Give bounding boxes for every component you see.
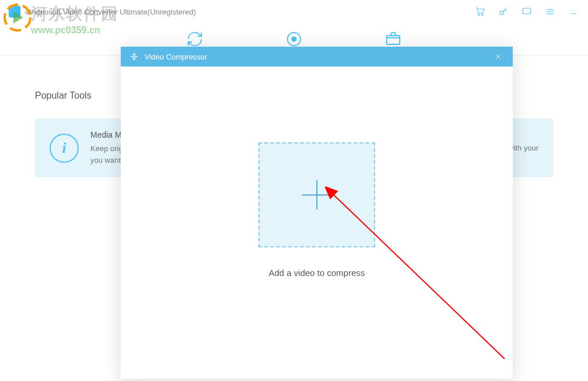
svg-point-2 [478, 14, 480, 15]
video-compressor-modal: Video Compressor Add a video to compress [121, 47, 513, 379]
titlebar: 4Videosoft Video Converter Ultimate(Unre… [0, 0, 588, 23]
cart-icon[interactable] [474, 6, 486, 18]
svg-point-11 [292, 37, 296, 41]
app-title: 4Videosoft Video Converter Ultimate(Unre… [25, 8, 196, 16]
compress-icon [130, 52, 139, 61]
add-video-dropzone[interactable] [258, 142, 375, 247]
feedback-icon[interactable] [521, 6, 533, 18]
close-icon[interactable] [492, 51, 504, 62]
minimize-icon[interactable] [568, 6, 579, 18]
svg-rect-12 [387, 36, 400, 44]
menu-icon[interactable] [544, 6, 556, 18]
info-icon: i [50, 134, 79, 163]
main-window: 河东软件园 www.pc0359.cn 4Videosoft Video Con… [0, 0, 588, 381]
key-icon[interactable] [498, 6, 509, 18]
modal-title: Video Compressor [145, 53, 207, 61]
app-logo-icon [9, 6, 20, 18]
dropzone-label: Add a video to compress [268, 268, 365, 278]
plus-icon [302, 180, 331, 209]
svg-point-3 [482, 14, 483, 15]
modal-header: Video Compressor [121, 47, 513, 67]
